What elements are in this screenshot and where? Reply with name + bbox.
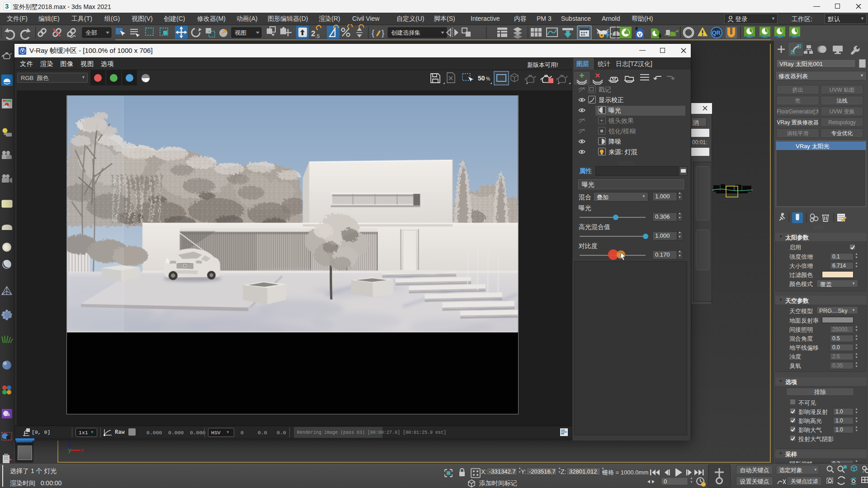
svg-text:%: % bbox=[486, 76, 490, 81]
svg-text:}: } bbox=[382, 28, 384, 38]
svg-text:视图: 视图 bbox=[235, 29, 246, 36]
svg-text:创建选择集: 创建选择集 bbox=[391, 29, 420, 36]
svg-text:V: V bbox=[638, 32, 642, 38]
svg-text:全部: 全部 bbox=[85, 29, 97, 36]
svg-text:.5: .5 bbox=[316, 33, 320, 39]
svg-text:2: 2 bbox=[311, 29, 315, 38]
svg-text:{: { bbox=[372, 28, 374, 38]
svg-text:50: 50 bbox=[478, 75, 485, 82]
svg-text:QR: QR bbox=[712, 29, 721, 36]
